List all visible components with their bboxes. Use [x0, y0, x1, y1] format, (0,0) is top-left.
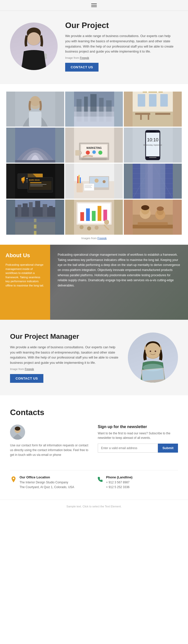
- phone-number1: + 912 3 567 8987: [106, 480, 132, 485]
- location-line1: The Interior Design Studio Company: [20, 480, 74, 485]
- svg-rect-74: [84, 184, 94, 191]
- svg-rect-61: [30, 184, 46, 185]
- contacts-section: Contacts Use our contact form for all in…: [0, 395, 188, 500]
- phone-icon: [97, 476, 104, 483]
- svg-rect-19: [135, 113, 150, 115]
- svg-rect-70: [76, 182, 83, 192]
- svg-text:Wednesday, September: Wednesday, September: [143, 144, 162, 146]
- svg-rect-62: [30, 186, 43, 186]
- svg-rect-22: [148, 115, 149, 120]
- about-title: About Us: [6, 252, 45, 259]
- photo-cell-arch: [6, 128, 64, 163]
- hamburger-menu[interactable]: [91, 4, 97, 7]
- svg-point-114: [104, 220, 109, 225]
- svg-rect-110: [86, 208, 90, 221]
- svg-rect-111: [92, 211, 96, 221]
- svg-rect-95: [23, 203, 28, 217]
- svg-text:MARK DEAN: MARK DEAN: [29, 179, 40, 181]
- about-section: About Us Podcasting operational change m…: [0, 245, 188, 320]
- photo-cell-phone: 10:10 Wednesday, September: [124, 128, 182, 163]
- manager-title: Our Project Manager: [10, 332, 120, 341]
- svg-point-140: [15, 427, 20, 431]
- newsletter-email-input[interactable]: [98, 444, 158, 453]
- manager-section: Our Project Manager We provide a wide ra…: [0, 320, 188, 395]
- svg-rect-15: [74, 117, 114, 127]
- location-text: Our Office Location The Interior Design …: [20, 475, 74, 490]
- svg-rect-113: [103, 210, 107, 221]
- contacts-left: Use our contact form for all information…: [10, 425, 90, 463]
- svg-text:MARKETING: MARKETING: [86, 147, 102, 149]
- svg-rect-90: [148, 164, 153, 199]
- svg-point-38: [98, 151, 102, 155]
- photo-cell-city: [65, 92, 123, 127]
- svg-rect-127: [133, 200, 173, 235]
- svg-point-2: [27, 32, 40, 45]
- contacts-grid: Use our contact form for all information…: [10, 425, 178, 463]
- manager-credit-link[interactable]: Freepik: [25, 368, 34, 371]
- contacts-title: Contacts: [10, 408, 178, 417]
- svg-point-69: [103, 180, 106, 183]
- svg-point-68: [95, 179, 99, 183]
- svg-rect-72: [78, 175, 79, 183]
- photo-cell-building: [124, 164, 182, 199]
- svg-rect-98: [43, 204, 47, 217]
- svg-rect-20: [155, 113, 170, 115]
- svg-rect-25: [160, 94, 168, 107]
- footer-sample-text: Sample text. Click to select the Text El…: [66, 505, 122, 508]
- newsletter-form: Submit: [98, 444, 178, 453]
- svg-rect-46: [150, 131, 156, 132]
- hero-contact-button[interactable]: CONTACT US: [65, 63, 99, 72]
- svg-rect-73: [80, 177, 81, 183]
- svg-rect-96: [29, 202, 33, 217]
- svg-rect-112: [98, 206, 101, 221]
- svg-rect-99: [49, 206, 53, 217]
- svg-point-117: [95, 226, 99, 230]
- photo-cell-highway: [6, 200, 64, 235]
- contacts-avatar: [10, 425, 25, 440]
- grid-credit: Images from Freepik: [6, 237, 182, 240]
- manager-description: We provide a wide range of business cons…: [10, 345, 120, 366]
- location-icon: [10, 476, 17, 483]
- svg-rect-71: [77, 176, 78, 183]
- location-label: Our Office Location: [20, 475, 74, 479]
- svg-rect-77: [85, 187, 92, 188]
- newsletter-submit-button[interactable]: Submit: [158, 444, 178, 453]
- grid-credit-link[interactable]: Freepik: [98, 237, 107, 240]
- hero-description: We provide a wide range of business cons…: [65, 34, 175, 54]
- svg-point-137: [143, 364, 163, 371]
- about-content-text: Podcasting operational change management…: [58, 252, 180, 288]
- svg-point-115: [79, 225, 83, 229]
- svg-rect-97: [35, 201, 40, 217]
- photo-cell-presentation: [65, 200, 123, 235]
- svg-rect-76: [85, 186, 91, 187]
- hero-section: Our Project We provide a wide range of b…: [0, 11, 188, 84]
- svg-rect-129: [138, 222, 168, 225]
- svg-rect-75: [85, 185, 92, 185]
- svg-rect-128: [133, 225, 173, 228]
- about-box-text: Podcasting operational change management…: [6, 263, 45, 287]
- photo-cell-cards: MARK DEAN: [6, 164, 64, 199]
- photo-grid-section: MARKETING 10:10 Wednesday: [0, 84, 188, 245]
- manager-content: Our Project Manager We provide a wide ra…: [10, 332, 120, 383]
- phone-text: Phone (Landline) + 912 3 567 8987 + 912 …: [106, 475, 132, 490]
- phone-info: Phone (Landline) + 912 3 567 8987 + 912 …: [97, 475, 178, 490]
- manager-image: [128, 333, 178, 383]
- contacts-info: Our Office Location The Interior Design …: [10, 470, 178, 490]
- manager-contact-button[interactable]: CONTACT US: [10, 374, 43, 383]
- svg-rect-6: [29, 112, 41, 127]
- svg-rect-24: [149, 94, 157, 107]
- svg-rect-103: [34, 231, 36, 235]
- svg-text:10:10: 10:10: [147, 137, 158, 142]
- newsletter-description: Want to be the first to read our news? S…: [98, 431, 178, 440]
- photo-cell-person: [6, 92, 64, 127]
- newsletter-title: Sign up for the newsletter: [98, 425, 178, 429]
- hero-content: Our Project We provide a wide range of b…: [65, 21, 175, 72]
- photo-cell-desk: [65, 164, 123, 199]
- svg-point-116: [87, 226, 91, 230]
- photo-grid: MARKETING 10:10 Wednesday: [6, 92, 182, 235]
- location-info: Our Office Location The Interior Design …: [10, 475, 91, 490]
- svg-rect-102: [34, 225, 36, 228]
- hero-credit: Image from Freepik: [65, 56, 175, 59]
- hero-credit-link[interactable]: Freepik: [80, 56, 89, 59]
- svg-rect-60: [30, 182, 41, 183]
